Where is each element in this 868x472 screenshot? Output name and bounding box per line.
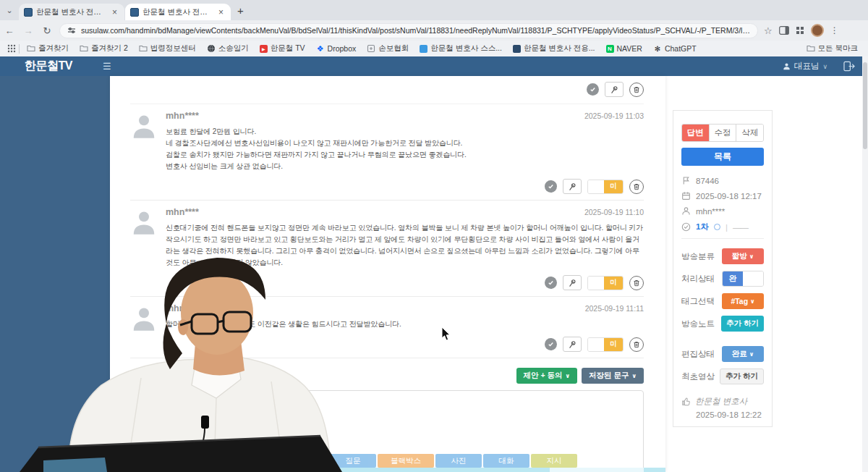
edit-button[interactable]: 수정 (709, 125, 736, 141)
browser-tab-2-active[interactable]: 한문철 변호사 전용시스템 × (125, 4, 231, 20)
quick-nav-buttons: Top 질문 블랙박스 사진 대화 지시 (282, 454, 577, 468)
close-tab-icon[interactable]: × (216, 7, 226, 17)
bookmark-lawsuit-diary[interactable]: 소송일기 (207, 43, 249, 54)
bookmark-law-info[interactable]: 법령정보센터 (139, 43, 196, 54)
add-first-video-button[interactable]: 추가 하기 (720, 368, 764, 384)
avatar (130, 112, 158, 140)
tag-select[interactable]: #Tag ∨ (722, 293, 764, 309)
top-button[interactable]: Top (282, 454, 328, 468)
profile-avatar[interactable] (811, 24, 824, 37)
horizontal-scrollbar[interactable] (304, 468, 665, 472)
pin-button[interactable] (563, 337, 582, 352)
comment-date: 2025-09-19 11:10 (584, 208, 644, 216)
reload-icon[interactable]: ↻ (38, 25, 56, 36)
author-row: mhn**** (681, 206, 764, 216)
url-bar[interactable]: susulaw.com/handmin/bdManage/viewContent… (59, 23, 758, 38)
delete-button[interactable] (629, 337, 644, 352)
confirm-check-icon[interactable] (587, 83, 599, 96)
author-name: mhn**** (696, 207, 725, 216)
page-scrollbar[interactable] (862, 56, 868, 472)
bookmark-favorites[interactable]: 즐겨찾기 (27, 43, 69, 54)
post-date-row: 2025-09-18 12:17 (681, 191, 764, 201)
read-status-toggle[interactable]: 미 (587, 337, 624, 352)
bookmark-chatgpt[interactable]: ✻ ChatGPT (653, 44, 697, 53)
direction-button[interactable]: 지시 (531, 454, 577, 468)
browser-tab-1[interactable]: 한문철 변호사 전용시스템 × (19, 4, 124, 20)
add-note-button[interactable]: 추가 하기 (721, 316, 764, 332)
user-menu[interactable]: 대표님 ∨ (783, 61, 827, 72)
comment-action-row: 미 (166, 275, 644, 290)
read-status-toggle[interactable]: 미 (587, 276, 624, 290)
apps-grid-icon[interactable] (7, 44, 16, 53)
blackbox-button[interactable]: 블랙박스 (378, 454, 434, 468)
suggest-agree-button[interactable]: 제안 + 동의 ∨ (516, 368, 577, 384)
confirm-check-icon[interactable] (545, 180, 557, 193)
close-tab-icon[interactable]: × (110, 7, 119, 17)
broadcast-type-select[interactable]: 짧방 ∨ (722, 248, 764, 264)
photo-button[interactable]: 사진 (435, 454, 482, 468)
reply-edit-delete-group: 답변 수정 삭제 (681, 124, 764, 142)
comment-author[interactable]: mhn**** (166, 111, 199, 121)
reply-button[interactable]: 답변 (682, 125, 709, 141)
bookmark-hmc-tv[interactable]: ▶ 한문철 TV (260, 43, 305, 54)
back-icon[interactable]: ← (0, 25, 19, 36)
bookmark-naver[interactable]: N NAVER (606, 44, 642, 53)
trash-icon (633, 86, 640, 93)
chevron-down-icon: ∨ (749, 351, 754, 358)
bookmark-favorites-2[interactable]: 즐겨찾기 2 (80, 43, 128, 54)
list-button[interactable]: 목록 (681, 148, 764, 166)
delete-post-button[interactable]: 삭제 (736, 125, 763, 141)
site-favicon (130, 8, 139, 17)
scrollbar-thumb[interactable] (550, 468, 644, 472)
pin-button[interactable] (563, 179, 582, 194)
saved-phrases-button[interactable]: 저장된 문구 ∨ (582, 368, 644, 384)
browser-menu-icon[interactable]: ⋮ (830, 25, 839, 35)
chevron-down-icon: ∨ (749, 253, 754, 260)
pin-button[interactable] (605, 82, 624, 97)
edit-status-select[interactable]: 완료 ∨ (722, 346, 764, 362)
comment-author[interactable]: mhn**** (166, 303, 199, 313)
chat-title: 공개 대화창 (130, 369, 182, 382)
side-panel-icon[interactable] (779, 26, 789, 35)
brand-logo[interactable]: 한문철TV (25, 59, 72, 74)
comment-item: mhn**** 2025-09-19 11:10 신호대기중에 전혀 핸드폰을 … (130, 201, 644, 297)
chevron-down-icon: ∨ (822, 63, 827, 70)
round-radio[interactable] (714, 224, 720, 230)
logout-icon[interactable] (843, 61, 855, 72)
pin-icon (568, 279, 576, 287)
read-status-toggle[interactable]: 미 (587, 180, 624, 194)
hamburger-menu-icon[interactable]: ☰ (103, 61, 111, 72)
pin-icon (610, 85, 618, 94)
delete-button[interactable] (629, 83, 644, 97)
bookmark-hmc-lawyer-system[interactable]: 한문철 변호사 전용... (513, 43, 595, 54)
forward-icon[interactable]: → (19, 25, 38, 36)
avatar (130, 208, 158, 236)
delete-button[interactable] (629, 180, 644, 194)
site-info-icon[interactable] (67, 26, 76, 35)
tag-select-row: 태그선택 #Tag ∨ (681, 293, 764, 309)
comment-date: 2025-09-19 11:11 (585, 304, 644, 313)
scrollbar-thumb[interactable] (863, 62, 867, 149)
broadcast-type-row: 방송분류 짧방 ∨ (681, 248, 764, 264)
tab-search-chevron-icon[interactable]: ⌄ (0, 6, 19, 20)
bookmark-star-icon[interactable]: ☆ (764, 25, 773, 36)
new-tab-button[interactable]: + (231, 4, 251, 20)
comment-text: 보험료 한달에 2만원 입니다. 네 경찰조사단계에선 변호사선임비용이 나오지… (166, 126, 644, 172)
bookmark-insurance-assoc[interactable]: 손보협회 (367, 43, 409, 54)
comment-author[interactable]: mhn**** (166, 207, 199, 217)
bookmark-hmc-lawyer-ss[interactable]: 한문철 변호사 스스... (420, 43, 502, 54)
thumbs-up-icon (681, 397, 691, 406)
round-row: 1차 | —— (681, 222, 764, 232)
pin-button[interactable] (563, 275, 582, 290)
round-label[interactable]: 1차 (696, 222, 709, 232)
delete-button[interactable] (629, 276, 644, 290)
talk-button[interactable]: 대화 (483, 454, 529, 468)
process-status-toggle[interactable]: 완 (722, 271, 764, 287)
calendar-icon (681, 191, 691, 201)
bookmark-dropbox[interactable]: ❖ Dropbox (316, 44, 357, 53)
all-bookmarks-button[interactable]: 모든 북마크 (807, 43, 858, 54)
question-button[interactable]: 질문 (330, 454, 376, 468)
confirm-check-icon[interactable] (545, 338, 557, 350)
extensions-icon[interactable] (796, 26, 804, 35)
confirm-check-icon[interactable] (545, 277, 557, 289)
